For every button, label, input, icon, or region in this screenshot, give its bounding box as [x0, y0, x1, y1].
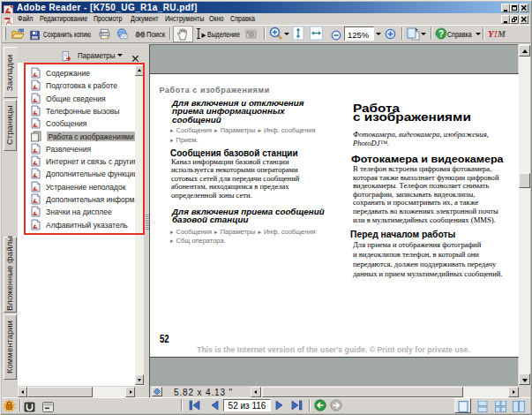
svg-text:?: ?: [438, 29, 444, 39]
